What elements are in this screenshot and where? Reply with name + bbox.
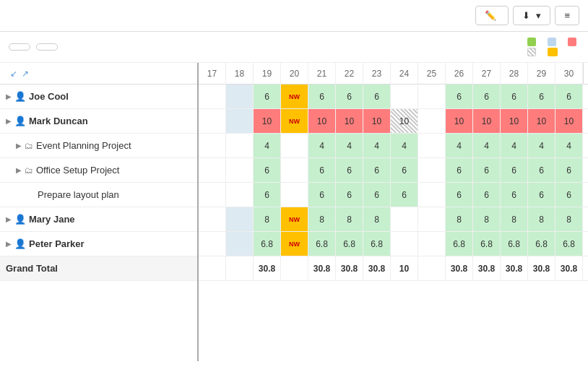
person-icon-mary-jane: 👤 <box>14 214 26 225</box>
data-cell-mary-jane-11: 8 <box>501 207 528 232</box>
data-cell-joe-cool-4: 6 <box>308 85 336 109</box>
data-cell-grand-total-1 <box>226 256 254 281</box>
person-icon-peter-parker: 👤 <box>14 238 26 249</box>
expand-icon-1[interactable]: ↙ <box>10 69 17 79</box>
data-cell-prepare-layout-12: 6 <box>528 183 555 207</box>
project-icon-office-setup: 🗂 <box>25 165 33 176</box>
legend-optimal <box>527 38 539 46</box>
total-cell-office-setup: 60 <box>583 158 588 183</box>
data-cell-peter-parker-6: 6.8 <box>363 232 391 256</box>
main-grid: ↙ ↗ ▶👤Joe Cool▶👤Mark Duncan▶🗂Event Plann… <box>0 63 588 361</box>
total-header: Total <box>583 63 588 85</box>
data-cell-office-setup-12: 6 <box>528 158 555 183</box>
expand-arrow-event-planning[interactable]: ▶ <box>16 142 22 150</box>
left-panel: ↙ ↗ ▶👤Joe Cool▶👤Mark Duncan▶🗂Event Plann… <box>0 63 199 361</box>
data-cell-grand-total-3 <box>281 256 308 281</box>
data-cell-prepare-layout-4: 6 <box>308 183 336 207</box>
total-cell-peter-parker: 61.2 <box>583 232 588 256</box>
data-cell-grand-total-11: 30.8 <box>501 256 528 281</box>
expand-arrow-mark-duncan[interactable]: ▶ <box>6 117 12 125</box>
row-label-office-setup: Office Setup Project <box>36 165 119 176</box>
data-cell-mark-duncan-3: NW <box>281 109 308 134</box>
total-cell-grand-total: 287.2 <box>583 256 588 281</box>
header: ✏️ ⬇ ▾ ≡ <box>0 0 588 32</box>
overallocated-box <box>568 38 576 46</box>
pdf-button[interactable]: ⬇ ▾ <box>513 6 550 25</box>
data-cell-mark-duncan-6: 10 <box>363 109 391 134</box>
person-icon-joe-cool: 👤 <box>14 91 26 102</box>
data-cell-event-planning-2: 4 <box>254 134 281 158</box>
optimal-box <box>527 38 536 46</box>
data-cell-joe-cool-1 <box>226 85 254 109</box>
legend-row-1 <box>527 38 579 46</box>
data-cell-mark-duncan-7: 10 <box>391 109 418 134</box>
data-cell-prepare-layout-10: 6 <box>473 183 501 207</box>
data-cell-event-planning-3 <box>281 134 308 158</box>
data-cell-mary-jane-9: 8 <box>446 207 473 232</box>
nw-badge: NW <box>289 118 300 125</box>
toolbar <box>0 32 588 63</box>
data-cell-mary-jane-4: 8 <box>308 207 336 232</box>
expand-arrow-mary-jane[interactable]: ▶ <box>6 215 12 223</box>
data-cell-grand-total-7: 10 <box>391 256 418 281</box>
row-label-peter-parker: Peter Parker <box>29 238 85 249</box>
legend-row-2 <box>527 48 579 56</box>
expand-arrow-office-setup[interactable]: ▶ <box>16 166 22 174</box>
data-cell-joe-cool-13: 6 <box>555 85 583 109</box>
data-cell-peter-parker-13: 6.8 <box>555 232 583 256</box>
expand-arrow-peter-parker[interactable]: ▶ <box>6 240 12 248</box>
right-rows: 6NW666666665410NW10101010101010101010044… <box>199 85 588 281</box>
date-col-25: 25 <box>418 63 446 85</box>
data-cell-prepare-layout-6: 6 <box>363 183 391 207</box>
left-cell-prepare-layout: Prepare layout plan <box>0 183 199 207</box>
date-header-row: 1718192021222324252627282930Total <box>199 63 588 85</box>
data-cell-mark-duncan-4: 10 <box>308 109 336 134</box>
chevron-down-icon: ▾ <box>536 10 541 21</box>
legend-overallocated <box>568 38 579 46</box>
left-cell-office-setup: ▶🗂Office Setup Project <box>0 158 199 183</box>
data-cell-joe-cool-12: 6 <box>528 85 555 109</box>
date-col-20: 20 <box>281 63 308 85</box>
expand-arrow-joe-cool[interactable]: ▶ <box>6 92 12 100</box>
total-cell-joe-cool: 54 <box>583 85 588 109</box>
data-cell-joe-cool-2: 6 <box>254 85 281 109</box>
zoom-button[interactable] <box>36 43 58 51</box>
expand-icon-2[interactable]: ↗ <box>22 69 29 79</box>
right-row-event-planning: 444444444440 <box>199 134 588 158</box>
left-cell-joe-cool: ▶👤Joe Cool <box>0 85 199 109</box>
data-cell-mary-jane-1 <box>226 207 254 232</box>
data-cell-grand-total-0 <box>199 256 226 281</box>
data-cell-peter-parker-10: 6.8 <box>473 232 501 256</box>
data-cell-event-planning-0 <box>199 134 226 158</box>
data-cell-peter-parker-3: NW <box>281 232 308 256</box>
header-actions: ✏️ ⬇ ▾ ≡ <box>475 6 579 25</box>
period-button[interactable] <box>9 43 30 51</box>
data-cell-mark-duncan-5: 10 <box>336 109 363 134</box>
date-col-24: 24 <box>391 63 418 85</box>
data-cell-mary-jane-8 <box>418 207 446 232</box>
more-button[interactable]: ≡ <box>555 6 579 25</box>
row-label-event-planning: Event Planning Project <box>36 140 131 151</box>
data-cell-office-setup-8 <box>418 158 446 183</box>
data-cell-joe-cool-5: 6 <box>336 85 363 109</box>
left-cell-mary-jane: ▶👤Mary Jane <box>0 207 199 232</box>
left-cell-mark-duncan: ▶👤Mark Duncan <box>0 109 199 134</box>
legend-underallocated <box>548 38 559 46</box>
download-icon: ⬇ <box>522 10 530 21</box>
data-cell-prepare-layout-0 <box>199 183 226 207</box>
data-cell-mark-duncan-1 <box>226 109 254 134</box>
data-cell-peter-parker-11: 6.8 <box>501 232 528 256</box>
left-col-header: ↙ ↗ <box>0 63 197 85</box>
data-cell-joe-cool-3: NW <box>281 85 308 109</box>
data-cell-prepare-layout-7: 6 <box>391 183 418 207</box>
data-cell-event-planning-6: 4 <box>363 134 391 158</box>
data-cell-mary-jane-0 <box>199 207 226 232</box>
data-cell-office-setup-0 <box>199 158 226 183</box>
data-cell-grand-total-12: 30.8 <box>528 256 555 281</box>
data-cell-mary-jane-13: 8 <box>555 207 583 232</box>
edit-button[interactable]: ✏️ <box>475 6 509 25</box>
data-cell-joe-cool-6: 6 <box>363 85 391 109</box>
data-cell-mary-jane-2: 8 <box>254 207 281 232</box>
data-cell-event-planning-7: 4 <box>391 134 418 158</box>
data-cell-prepare-layout-13: 6 <box>555 183 583 207</box>
